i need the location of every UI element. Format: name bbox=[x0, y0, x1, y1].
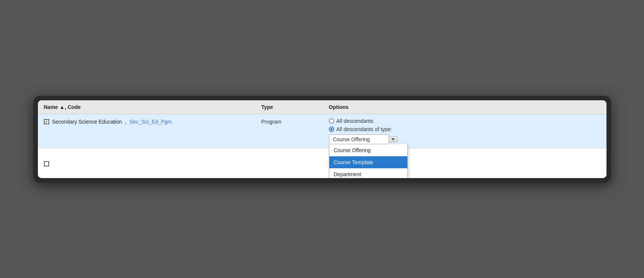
table-body: ✓ Secondary Science Education , Sec_Sci_… bbox=[38, 114, 606, 178]
name-code-cell: ✓ Secondary Science Education , Sec_Sci_… bbox=[44, 118, 261, 125]
radio-of-type-label: All descendants of type: bbox=[336, 126, 392, 132]
empty-row-checkbox[interactable] bbox=[44, 161, 49, 166]
row-checkbox[interactable]: ✓ bbox=[44, 119, 49, 124]
table-header: Name ▲, Code Type Options bbox=[38, 100, 606, 114]
col-type[interactable]: Type bbox=[261, 104, 329, 110]
window-inner: Name ▲, Code Type Options ✓ Secondary Sc… bbox=[38, 100, 606, 178]
radio-circle-1[interactable] bbox=[329, 118, 334, 124]
dropdown-list: Course Offering Course Template Departme… bbox=[329, 144, 408, 178]
radio-dot bbox=[330, 128, 333, 130]
col-options[interactable]: Options bbox=[329, 104, 600, 110]
empty-checkbox-cell bbox=[44, 160, 261, 166]
dropdown-item-department[interactable]: Department bbox=[329, 168, 407, 178]
comma-separator: , bbox=[125, 119, 126, 125]
dropdown-arrow-button[interactable] bbox=[389, 136, 398, 142]
row-code: Sec_Sci_Ed_Pgm bbox=[129, 119, 172, 125]
radio-all-label: All descendants bbox=[336, 118, 374, 124]
dropdown-arrow-icon bbox=[391, 138, 395, 141]
dropdown-item-course-template[interactable]: Course Template bbox=[329, 156, 407, 168]
checkmark-icon: ✓ bbox=[45, 119, 48, 124]
dropdown-selected-value[interactable]: Course Offering bbox=[329, 134, 389, 144]
radio-all-of-type[interactable]: All descendants of type: bbox=[329, 126, 600, 132]
radio-circle-2[interactable] bbox=[329, 127, 334, 132]
row-name: Secondary Science Education bbox=[52, 119, 122, 125]
table-row-empty: per page bbox=[38, 148, 606, 178]
options-cell: All descendants All descendants of type:… bbox=[329, 118, 600, 144]
col-name-code[interactable]: Name ▲, Code bbox=[44, 104, 261, 110]
type-dropdown-container: Course Offering Course Offering Course T… bbox=[329, 134, 600, 144]
dropdown-item-course-offering[interactable]: Course Offering bbox=[329, 144, 407, 156]
radio-all-descendants[interactable]: All descendants bbox=[329, 118, 600, 124]
window-container: Name ▲, Code Type Options ✓ Secondary Sc… bbox=[33, 96, 611, 183]
row-type: Program bbox=[261, 118, 329, 125]
table-row: ✓ Secondary Science Education , Sec_Sci_… bbox=[38, 114, 606, 148]
